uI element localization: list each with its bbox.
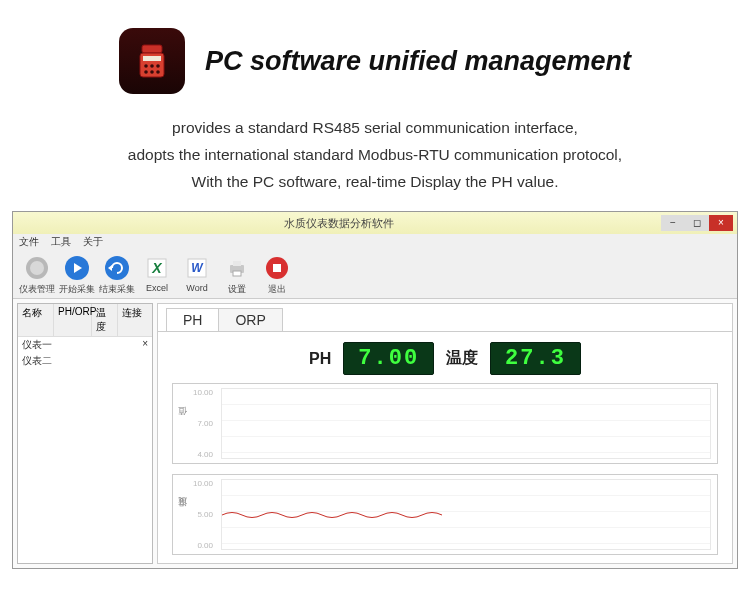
tool-word[interactable]: WWord	[179, 254, 215, 296]
tool-device-manage[interactable]: 仪表管理	[19, 254, 55, 296]
list-item[interactable]: 仪表一 ×	[18, 337, 152, 353]
menubar: 文件 工具 关于	[13, 234, 737, 250]
svg-point-7	[150, 70, 154, 74]
tool-end-collect[interactable]: 结束采集	[99, 254, 135, 296]
word-icon: W	[183, 254, 211, 282]
exit-icon	[263, 254, 291, 282]
main-panel: PH ORP PH 7.00 温度 27.3 值 10.00 7.00 4.00	[157, 303, 733, 564]
play-icon	[63, 254, 91, 282]
svg-point-4	[150, 64, 154, 68]
chart-plot-area	[221, 479, 711, 550]
readings-row: PH 7.00 温度 27.3	[158, 332, 732, 383]
minimize-button[interactable]: −	[661, 215, 685, 231]
list-item[interactable]: 仪表二	[18, 353, 152, 369]
chart-ph: 值 10.00 7.00 4.00	[172, 383, 718, 464]
close-button[interactable]: ×	[709, 215, 733, 231]
app-window: 水质仪表数据分析软件 − ◻ × 文件 工具 关于 仪表管理 开始采集 结束采集…	[12, 211, 738, 569]
toolbar: 仪表管理 开始采集 结束采集 XExcel WWord 设置 退出	[13, 250, 737, 299]
tool-settings[interactable]: 设置	[219, 254, 255, 296]
svg-point-8	[156, 70, 160, 74]
tabs: PH ORP	[158, 304, 732, 332]
svg-rect-2	[143, 56, 161, 61]
chart-plot-area	[221, 388, 711, 459]
device-icon	[23, 254, 51, 282]
svg-rect-21	[233, 271, 241, 276]
svg-text:X: X	[151, 260, 163, 276]
device-list: 名称 PH/ORP 温度 连接 仪表一 × 仪表二	[17, 303, 153, 564]
menu-about[interactable]: 关于	[83, 235, 103, 249]
chart-temp: 温度 10.00 5.00 0.00	[172, 474, 718, 555]
ph-value: 7.00	[343, 342, 434, 375]
menu-file[interactable]: 文件	[19, 235, 39, 249]
titlebar: 水质仪表数据分析软件 − ◻ ×	[13, 212, 737, 234]
list-header: 名称 PH/ORP 温度 连接	[18, 304, 152, 337]
print-icon	[223, 254, 251, 282]
svg-point-6	[144, 70, 148, 74]
tab-orp[interactable]: ORP	[218, 308, 282, 331]
svg-rect-23	[273, 264, 281, 272]
tool-start-collect[interactable]: 开始采集	[59, 254, 95, 296]
ph-label: PH	[309, 350, 331, 368]
svg-point-10	[30, 261, 44, 275]
tab-ph[interactable]: PH	[166, 308, 219, 331]
tool-exit[interactable]: 退出	[259, 254, 295, 296]
app-icon	[119, 28, 185, 94]
svg-point-3	[144, 64, 148, 68]
temp-value: 27.3	[490, 342, 581, 375]
refresh-icon	[103, 254, 131, 282]
maximize-button[interactable]: ◻	[685, 215, 709, 231]
tool-excel[interactable]: XExcel	[139, 254, 175, 296]
excel-icon: X	[143, 254, 171, 282]
menu-tools[interactable]: 工具	[51, 235, 71, 249]
page-title: PC software unified management	[205, 46, 631, 77]
description: provides a standard RS485 serial communi…	[0, 108, 750, 211]
svg-rect-0	[142, 45, 162, 53]
window-title: 水质仪表数据分析软件	[17, 216, 661, 231]
svg-text:W: W	[191, 261, 204, 275]
svg-point-5	[156, 64, 160, 68]
svg-rect-20	[233, 261, 241, 266]
temp-label: 温度	[446, 348, 478, 369]
